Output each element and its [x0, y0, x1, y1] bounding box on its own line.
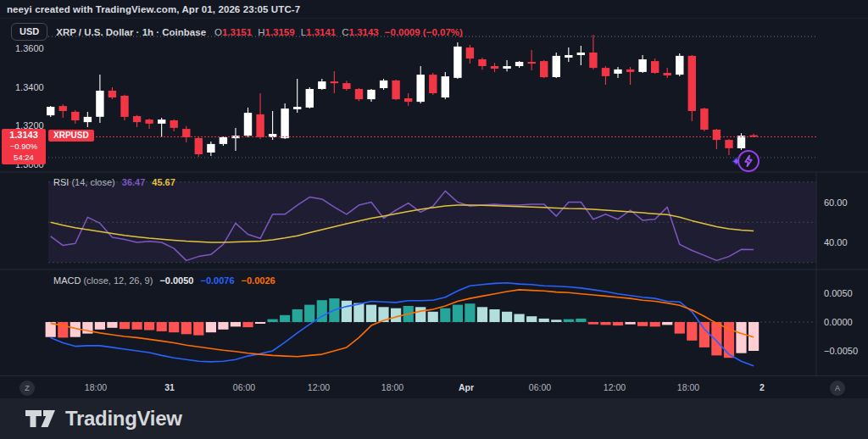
rsi-title: RSI [53, 177, 69, 187]
open-label: O [214, 27, 222, 37]
adjust-button[interactable]: A [830, 381, 845, 396]
macd-histogram [46, 298, 760, 358]
last-price-tag: 1.3143 −0.90% 54:24 [2, 129, 46, 164]
macd-title: MACD [53, 275, 81, 286]
high-value: 1.3159 [264, 27, 294, 37]
scale-tick-label: 40.00 [824, 237, 848, 247]
change-value: −0.0009 (−0.07%) [385, 27, 463, 37]
macd-line-value: −0.0076 [200, 275, 234, 286]
open-value: 1.3151 [222, 27, 252, 37]
macd-signal-value: −0.0026 [242, 275, 275, 286]
scale-tick-label: 60.00 [824, 197, 848, 208]
rsi-params: (14, close) [71, 177, 114, 187]
time-axis[interactable]: Z 18:003106:0012:0018:00Apr06:0012:0018:… [0, 375, 868, 399]
macd-hist-value: −0.0050 [159, 275, 193, 286]
boost-widget[interactable]: ✦ [732, 150, 760, 172]
rsi-legend[interactable]: RSI (14, close) 36.47 45.67 [53, 177, 175, 187]
chart-canvas[interactable] [0, 0, 868, 439]
price-tick-label: 1.3400 [15, 82, 44, 92]
candlestick-series [47, 35, 758, 157]
time-tick-label: 31 [164, 382, 175, 392]
macd-params: (close, 12, 26, 9) [83, 275, 153, 286]
footer-bar: TradingView [0, 398, 868, 439]
scale-tick-label: 0.0000 [824, 317, 853, 327]
time-tick-label: 18:00 [85, 382, 107, 392]
symbol-title[interactable]: XRP / U.S. Dollar · 1h · Coinbase [56, 27, 206, 37]
scale-tick-label: 0.0050 [824, 288, 853, 298]
tradingview-snapshot: neeyi created with TradingView.com, Apr … [0, 0, 868, 439]
time-tick-label: 18:00 [677, 382, 699, 392]
low-value: 1.3141 [306, 27, 336, 37]
rsi-ma-value: 45.67 [152, 177, 175, 187]
symbol-price-label: XRPUSD [48, 130, 94, 142]
time-tick-label: 06:00 [529, 382, 551, 392]
rsi-value: 36.47 [122, 177, 146, 187]
tradingview-logo-icon[interactable] [25, 410, 56, 428]
tradingview-wordmark[interactable]: TradingView [65, 407, 182, 431]
ohlc-readout: O1.3151 H1.3159 L1.3141 C1.3143 −0.0009 … [214, 27, 463, 37]
boost-lightning-icon[interactable] [737, 150, 760, 172]
time-tick-label: 18:00 [381, 382, 403, 392]
bar-countdown: 54:24 [2, 152, 46, 163]
timezone-button[interactable]: Z [19, 381, 35, 396]
time-tick-label: 12:00 [604, 382, 626, 392]
scale-tick-label: −0.0050 [824, 346, 858, 356]
macd-legend[interactable]: MACD (close, 12, 26, 9) −0.0050 −0.0076 … [53, 275, 275, 286]
symbol-legend: USD XRP / U.S. Dollar · 1h · Coinbase O1… [11, 23, 463, 41]
close-label: C [342, 27, 348, 37]
last-price-change: −0.90% [2, 141, 46, 152]
time-tick-label: 06:00 [233, 382, 255, 392]
macd-lines [51, 283, 754, 366]
close-value: 1.3143 [349, 27, 379, 37]
time-tick-label: 2 [760, 382, 765, 392]
last-price-value: 1.3143 [2, 130, 46, 141]
price-tick-label: 1.3600 [15, 43, 44, 53]
currency-toggle-button[interactable]: USD [11, 23, 47, 41]
time-tick-label: Apr [459, 382, 474, 392]
time-tick-label: 12:00 [308, 382, 330, 392]
